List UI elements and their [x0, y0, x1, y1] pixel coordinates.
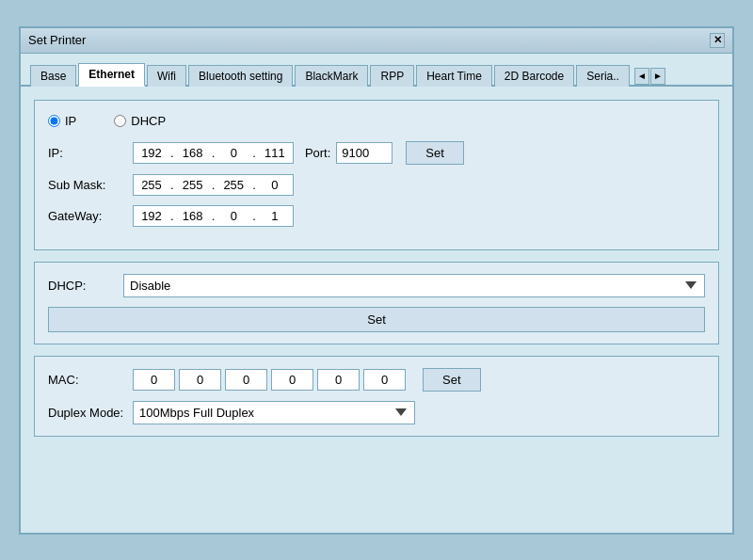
radio-row: IP DHCP	[48, 114, 705, 128]
mac-field-row: MAC: Set	[48, 368, 705, 392]
ip-section: IP DHCP IP: . . . Port	[34, 100, 719, 250]
mac-field-3[interactable]	[271, 369, 313, 391]
tab-prev-button[interactable]: ◄	[634, 68, 649, 85]
ip-octet2[interactable]	[175, 143, 211, 163]
gateway-input-group: . . .	[133, 205, 294, 227]
gateway-octet4[interactable]	[257, 206, 293, 226]
ip-radio-label[interactable]: IP	[48, 114, 76, 128]
tab-blackmark[interactable]: BlackMark	[295, 65, 368, 87]
tab-hearttime[interactable]: Heart Time	[416, 65, 492, 87]
ip-octet1[interactable]	[134, 143, 169, 163]
dhcp-section: DHCP: Disable Enable Set	[34, 262, 719, 344]
submask-input-group: . . .	[133, 174, 294, 196]
ip-radio-text: IP	[65, 114, 76, 128]
dhcp-set-button[interactable]: Set	[48, 307, 705, 332]
port-label: Port:	[305, 146, 330, 160]
ip-label: IP:	[48, 146, 133, 160]
window-title: Set Printer	[28, 33, 86, 47]
tab-rpp[interactable]: RPP	[370, 65, 414, 87]
ip-octet4[interactable]	[257, 143, 293, 163]
title-bar: Set Printer ✕	[21, 28, 732, 54]
mac-set-button[interactable]: Set	[423, 368, 481, 392]
gateway-octet2[interactable]	[175, 206, 211, 226]
tab-base[interactable]: Base	[30, 65, 76, 87]
mac-field-0[interactable]	[133, 369, 175, 391]
mac-field-4[interactable]	[317, 369, 360, 391]
tab-serial[interactable]: Seria..	[576, 65, 630, 87]
tab-next-button[interactable]: ►	[650, 68, 665, 85]
ip-field-row: IP: . . . Port: Set	[48, 141, 705, 165]
tab-bluetooth[interactable]: Bluetooth setting	[188, 65, 293, 87]
duplex-row: Duplex Mode: 10Mbps Half Duplex 10Mbps F…	[48, 401, 705, 424]
dhcp-radio-text: DHCP	[131, 114, 166, 128]
main-window: Set Printer ✕ Base Ethernet Wifi Bluetoo…	[19, 26, 734, 535]
mac-field-2[interactable]	[225, 369, 267, 391]
content-area: IP DHCP IP: . . . Port	[21, 87, 732, 450]
tab-ethernet[interactable]: Ethernet	[78, 63, 145, 87]
dhcp-radio[interactable]	[114, 115, 126, 127]
mac-field-5[interactable]	[363, 369, 406, 391]
dhcp-radio-label[interactable]: DHCP	[114, 114, 166, 128]
mac-label: MAC:	[48, 373, 133, 387]
duplex-label: Duplex Mode:	[48, 406, 133, 420]
port-input[interactable]	[336, 142, 393, 164]
mac-field-1[interactable]	[179, 369, 221, 391]
tab-wifi[interactable]: Wifi	[147, 65, 186, 87]
tab-nav: ◄ ►	[633, 68, 665, 85]
submask-octet1[interactable]	[134, 175, 169, 195]
ip-input-group: . . .	[133, 142, 294, 164]
mac-section: MAC: Set Duplex Mode: 10Mbps Half Duplex…	[34, 356, 719, 437]
dhcp-select[interactable]: Disable Enable	[123, 274, 705, 297]
tab-barcode2d[interactable]: 2D Barcode	[494, 65, 574, 87]
gateway-field-row: GateWay: . . .	[48, 205, 705, 227]
submask-octet3[interactable]	[216, 175, 251, 195]
gateway-label: GateWay:	[48, 209, 133, 223]
duplex-select[interactable]: 10Mbps Half Duplex 10Mbps Full Duplex 10…	[133, 401, 415, 424]
dhcp-label: DHCP:	[48, 279, 123, 293]
submask-octet4[interactable]	[257, 175, 293, 195]
submask-octet2[interactable]	[175, 175, 211, 195]
close-button[interactable]: ✕	[710, 33, 725, 48]
tab-bar: Base Ethernet Wifi Bluetooth setting Bla…	[21, 54, 732, 87]
ip-set-button[interactable]: Set	[406, 141, 464, 165]
gateway-octet3[interactable]	[216, 206, 251, 226]
submask-label: Sub Mask:	[48, 178, 133, 192]
submask-field-row: Sub Mask: . . .	[48, 174, 705, 196]
dhcp-select-row: DHCP: Disable Enable	[48, 274, 705, 297]
ip-octet3[interactable]	[216, 143, 251, 163]
ip-radio[interactable]	[48, 115, 60, 127]
gateway-octet1[interactable]	[134, 206, 169, 226]
